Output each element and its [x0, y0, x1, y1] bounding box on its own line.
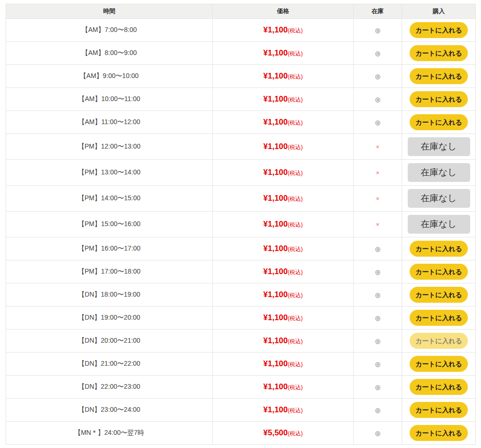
price-value: ¥1,100 [264, 25, 288, 34]
add-to-cart-button[interactable]: カートに入れる [410, 264, 468, 280]
column-header-price: 価格 [213, 4, 354, 19]
add-to-cart-button[interactable]: カートに入れる [410, 379, 468, 395]
add-to-cart-button[interactable]: カートに入れる [410, 68, 468, 84]
out-of-stock-button: 在庫なし [408, 215, 470, 234]
stock-status-symbol: ◎ [375, 430, 380, 437]
time-slot-row: 【PM】16:00〜17:00 ¥1,100(税込) ◎ カートに入れる [6, 237, 476, 260]
column-header-purchase: 購入 [402, 4, 476, 19]
time-slot-row: 【DN】20:00〜21:00 ¥1,100(税込) ◎ カートに入れる [6, 330, 476, 353]
time-slot-row: 【PM】15:00〜16:00 ¥1,100(税込) × 在庫なし [6, 212, 476, 237]
tax-included-label: (税込) [288, 315, 303, 322]
stock-status-symbol: ◎ [375, 119, 380, 126]
tax-included-label: (税込) [288, 27, 303, 34]
time-slot-row: 【AM】7:00〜8:00 ¥1,100(税込) ◎ カートに入れる [6, 19, 476, 42]
stock-status-symbol: ◎ [375, 245, 380, 252]
add-to-cart-button[interactable]: カートに入れる [410, 356, 468, 372]
time-slot-row: 【PM】12:00〜13:00 ¥1,100(税込) × 在庫なし [6, 134, 476, 160]
add-to-cart-button[interactable]: カートに入れる [410, 45, 468, 61]
tax-included-label: (税込) [288, 73, 303, 80]
out-of-stock-button: 在庫なし [408, 137, 470, 156]
time-slot-label: 【AM】11:00〜12:00 [6, 111, 213, 134]
table-header-row: 時間 価格 在庫 購入 [6, 4, 476, 19]
time-slot-label: 【PM】12:00〜13:00 [6, 134, 213, 160]
tax-included-label: (税込) [288, 430, 303, 437]
price-value: ¥1,100 [264, 168, 288, 177]
add-to-cart-button[interactable]: カートに入れる [410, 241, 468, 257]
price-value: ¥1,100 [264, 290, 288, 299]
add-to-cart-button[interactable]: カートに入れる [410, 114, 468, 130]
stock-status-symbol: × [376, 221, 380, 228]
out-of-stock-button: 在庫なし [408, 189, 470, 208]
time-slot-label: 【DN】18:00〜19:00 [6, 283, 213, 307]
time-slot-label: 【AM】8:00〜9:00 [6, 42, 213, 65]
stock-status-symbol: ◎ [375, 407, 380, 414]
price-value: ¥1,100 [264, 405, 288, 414]
stock-status-symbol: ◎ [375, 291, 380, 299]
time-slot-label: 【DN】20:00〜21:00 [6, 330, 213, 353]
time-slot-row: 【DN】18:00〜19:00 ¥1,100(税込) ◎ カートに入れる [6, 283, 476, 307]
time-slot-row: 【PM】13:00〜14:00 ¥1,100(税込) × 在庫なし [6, 160, 476, 186]
time-slot-label: 【DN】23:00〜24:00 [6, 399, 213, 422]
time-slot-table: 時間 価格 在庫 購入 【AM】7:00〜8:00 ¥1,100(税込) ◎ カ… [6, 4, 476, 445]
stock-status-symbol: ◎ [375, 338, 380, 345]
out-of-stock-button: 在庫なし [408, 163, 470, 182]
price-value: ¥1,100 [264, 48, 288, 57]
time-slot-row: 【DN】23:00〜24:00 ¥1,100(税込) ◎ カートに入れる [6, 399, 476, 422]
price-value: ¥1,100 [264, 244, 288, 253]
stock-status-symbol: × [376, 195, 380, 202]
add-to-cart-button[interactable]: カートに入れる [410, 402, 468, 418]
time-slot-label: 【MN＊】24:00〜翌7時 [6, 422, 213, 445]
add-to-cart-button[interactable]: カートに入れる [410, 287, 468, 303]
add-to-cart-button[interactable]: カートに入れる [410, 425, 468, 441]
stock-status-symbol: ◎ [375, 361, 380, 368]
tax-included-label: (税込) [288, 170, 303, 176]
time-slot-row: 【AM】8:00〜9:00 ¥1,100(税込) ◎ カートに入れる [6, 42, 476, 65]
column-header-time: 時間 [6, 4, 213, 19]
tax-included-label: (税込) [288, 50, 303, 57]
time-slot-label: 【AM】9:00〜10:00 [6, 65, 213, 88]
tax-included-label: (税込) [288, 292, 303, 299]
add-to-cart-button[interactable]: カートに入れる [410, 22, 468, 38]
stock-status-symbol: × [376, 169, 380, 176]
tax-included-label: (税込) [288, 96, 303, 103]
stock-status-symbol: ◎ [375, 73, 380, 80]
column-header-stock: 在庫 [354, 4, 402, 19]
tax-included-label: (税込) [288, 407, 303, 414]
tax-included-label: (税込) [288, 361, 303, 368]
add-to-cart-button[interactable]: カートに入れる [410, 310, 468, 326]
price-value: ¥1,100 [264, 359, 288, 368]
price-value: ¥1,100 [264, 142, 288, 151]
time-slot-label: 【PM】14:00〜15:00 [6, 186, 213, 212]
price-value: ¥1,100 [264, 313, 288, 322]
time-slot-label: 【DN】19:00〜20:00 [6, 307, 213, 330]
time-slot-label: 【PM】16:00〜17:00 [6, 237, 213, 260]
time-slot-reservation-page: 時間 価格 在庫 購入 【AM】7:00〜8:00 ¥1,100(税込) ◎ カ… [0, 0, 481, 448]
time-slot-row: 【PM】14:00〜15:00 ¥1,100(税込) × 在庫なし [6, 186, 476, 212]
time-slot-label: 【PM】17:00〜18:00 [6, 260, 213, 283]
price-value: ¥1,100 [264, 194, 288, 203]
tax-included-label: (税込) [288, 269, 303, 275]
tax-included-label: (税込) [288, 119, 303, 126]
price-value: ¥1,100 [264, 220, 288, 228]
price-value: ¥1,100 [264, 267, 288, 276]
tax-included-label: (税込) [288, 196, 303, 202]
time-slot-row: 【DN】19:00〜20:00 ¥1,100(税込) ◎ カートに入れる [6, 307, 476, 330]
stock-status-symbol: ◎ [375, 314, 380, 322]
time-slot-row: 【PM】17:00〜18:00 ¥1,100(税込) ◎ カートに入れる [6, 260, 476, 283]
stock-status-symbol: ◎ [375, 27, 380, 34]
time-slot-row: 【MN＊】24:00〜翌7時 ¥5,500(税込) ◎ カートに入れる [6, 422, 476, 445]
time-slot-label: 【AM】10:00〜11:00 [6, 88, 213, 111]
price-value: ¥1,100 [264, 118, 288, 126]
stock-status-symbol: ◎ [375, 384, 380, 391]
time-slot-row: 【DN】22:00〜23:00 ¥1,100(税込) ◎ カートに入れる [6, 376, 476, 399]
price-value: ¥5,500 [264, 428, 288, 437]
add-to-cart-button[interactable]: カートに入れる [410, 333, 468, 349]
time-slot-row: 【AM】9:00〜10:00 ¥1,100(税込) ◎ カートに入れる [6, 65, 476, 88]
add-to-cart-button[interactable]: カートに入れる [410, 91, 468, 107]
time-slot-row: 【AM】10:00〜11:00 ¥1,100(税込) ◎ カートに入れる [6, 88, 476, 111]
tax-included-label: (税込) [288, 338, 303, 345]
price-value: ¥1,100 [264, 71, 288, 80]
time-slot-label: 【DN】22:00〜23:00 [6, 376, 213, 399]
tax-included-label: (税込) [288, 384, 303, 391]
time-slot-row: 【AM】11:00〜12:00 ¥1,100(税込) ◎ カートに入れる [6, 111, 476, 134]
